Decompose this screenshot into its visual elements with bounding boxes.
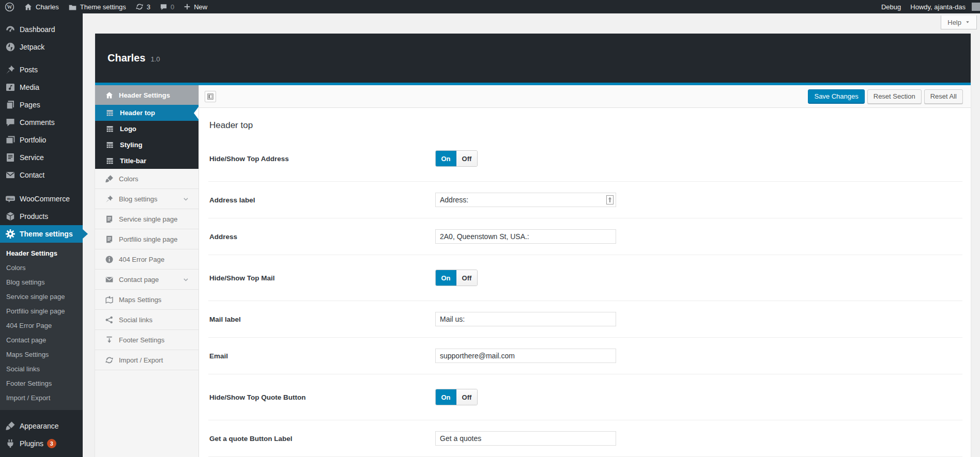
nav-tab-blog-settings[interactable]: Blog settings: [95, 189, 198, 209]
gear-icon: [5, 229, 16, 239]
pages-icon: [5, 100, 16, 110]
sidebar-item-label: Plugins: [20, 439, 43, 448]
sidebar-item-label: Comments: [20, 118, 55, 127]
site-name-link[interactable]: Charles: [19, 0, 64, 13]
toggle-on-button[interactable]: On: [436, 151, 456, 166]
nav-tab-portfilio-single-page[interactable]: Portfilio single page: [95, 229, 198, 249]
sidebar-item-label: Pages: [20, 101, 40, 109]
sidebar-item-label: Theme settings: [20, 230, 73, 238]
submenu-item-service-single-page[interactable]: Service single page: [0, 290, 83, 304]
quote-button-label-input[interactable]: [435, 431, 616, 446]
nav-tab-title-bar[interactable]: Title-bar: [95, 153, 198, 169]
sidebar-item-contact[interactable]: Contact: [0, 166, 83, 184]
sidebar-item-portfolio[interactable]: Portfolio: [0, 131, 83, 149]
email-input[interactable]: [435, 349, 616, 363]
nav-tab-footer-settings[interactable]: Footer Settings: [95, 330, 198, 350]
field-row-mail-label: Mail label: [208, 301, 962, 338]
nav-tab-import-export[interactable]: Import / Export: [95, 350, 198, 370]
nav-tab-label: 404 Error Page: [119, 256, 164, 263]
toggle-off-button[interactable]: Off: [456, 270, 477, 286]
sidebar-item-woocommerce[interactable]: WooCommerce: [0, 190, 83, 208]
folder-icon: [68, 3, 77, 11]
submenu-item-header-settings[interactable]: Header Settings: [0, 246, 83, 261]
address-label-input[interactable]: [435, 193, 616, 207]
brush-icon: [5, 421, 16, 431]
sidebar-item-media[interactable]: Media: [0, 78, 83, 96]
pushpin-icon: [5, 65, 16, 75]
sidebar-item-appearance[interactable]: Appearance: [0, 417, 83, 435]
sidebar-item-plugins[interactable]: Plugins 3: [0, 435, 83, 452]
plugins-update-badge: 3: [47, 439, 56, 448]
submenu-item-footer-settings[interactable]: Footer Settings: [0, 376, 83, 391]
nav-tab-service-single-page[interactable]: Service single page: [95, 209, 198, 229]
submenu-item-social-links[interactable]: Social links: [0, 362, 83, 376]
input-autofill-icon[interactable]: [606, 195, 614, 204]
field-row-email: Email: [208, 338, 962, 374]
nav-group-header-settings[interactable]: Header Settings: [95, 85, 198, 105]
help-label: Help: [947, 19, 961, 26]
expand-options-button[interactable]: [205, 91, 216, 102]
nav-tab-social-links[interactable]: Social links: [95, 310, 198, 330]
my-account-menu[interactable]: Howdy, ajanta-das: [906, 0, 980, 13]
panel-version: 1.0: [150, 53, 160, 63]
section-title: Header top: [199, 108, 971, 136]
nav-tab-header-top[interactable]: Header top: [95, 105, 198, 121]
sidebar-item-dashboard[interactable]: Dashboard: [0, 21, 83, 38]
submenu-item-404-error-page[interactable]: 404 Error Page: [0, 319, 83, 333]
debug-menu[interactable]: Debug: [877, 0, 906, 13]
toggle-off-button[interactable]: Off: [456, 151, 477, 166]
chevron-down-icon: [182, 196, 189, 202]
nav-tab-maps-settings[interactable]: Maps Settings: [95, 290, 198, 310]
update-count: 3: [147, 3, 150, 11]
mail-label-input[interactable]: [435, 312, 616, 326]
submenu-item-import-export[interactable]: Import / Export: [0, 391, 83, 405]
help-button[interactable]: Help: [941, 15, 977, 29]
submenu-item-blog-settings[interactable]: Blog settings: [0, 275, 83, 290]
home-icon: [105, 91, 114, 100]
updates-menu[interactable]: 3: [131, 0, 155, 13]
sidebar-item-label: Dashboard: [20, 25, 55, 34]
reset-all-button[interactable]: Reset All: [924, 89, 963, 104]
submenu-item-portfilio-single-page[interactable]: Portfilio single page: [0, 304, 83, 319]
save-changes-button[interactable]: Save Changes: [808, 89, 864, 104]
sidebar-item-label: WooCommerce: [20, 195, 70, 203]
sidebar-item-comments[interactable]: Comments: [0, 114, 83, 131]
nav-tab-label: Import / Export: [119, 356, 163, 364]
nav-tab-colors[interactable]: Colors: [95, 169, 198, 189]
theme-settings-crumb[interactable]: Theme settings: [64, 0, 131, 13]
sidebar-item-partial[interactable]: [0, 452, 83, 457]
toggle-on-button[interactable]: On: [436, 389, 456, 405]
dashboard-icon: [5, 24, 16, 35]
toggle-off-button[interactable]: Off: [456, 389, 477, 405]
sidebar-item-posts[interactable]: Posts: [0, 61, 83, 78]
address-input[interactable]: [435, 229, 616, 244]
sidebar-item-pages[interactable]: Pages: [0, 96, 83, 114]
nav-tab-logo[interactable]: Logo: [95, 121, 198, 137]
jetpack-icon: [5, 42, 16, 52]
nav-tab-contact-page[interactable]: Contact page: [95, 270, 198, 290]
submenu-item-contact-page[interactable]: Contact page: [0, 333, 83, 348]
sidebar-item-service[interactable]: Service: [0, 149, 83, 166]
nav-tab-label: Maps Settings: [119, 296, 161, 304]
nav-tab-styling[interactable]: Styling: [95, 137, 198, 153]
toggle-on-button[interactable]: On: [436, 270, 456, 286]
sidebar-item-products[interactable]: Products: [0, 208, 83, 225]
sidebar-item-theme-settings[interactable]: Theme settings: [0, 225, 83, 243]
field-label: Hide/Show Top Address: [208, 155, 435, 163]
gallery-icon: [5, 135, 16, 145]
submenu-item-colors[interactable]: Colors: [0, 261, 83, 275]
comment-icon: [5, 117, 16, 128]
submenu-item-maps-settings[interactable]: Maps Settings: [0, 348, 83, 362]
new-content-menu[interactable]: New: [179, 0, 212, 13]
wp-logo-menu[interactable]: [0, 0, 19, 13]
comments-menu[interactable]: 0: [155, 0, 179, 13]
envelope-icon: [105, 275, 114, 284]
reset-section-button[interactable]: Reset Section: [867, 89, 922, 104]
nav-tab-label: Portfilio single page: [119, 235, 177, 243]
field-label: Email: [208, 352, 435, 360]
sidebar-item-jetpack[interactable]: Jetpack: [0, 38, 83, 56]
nav-tab-label: Social links: [119, 316, 152, 324]
nav-tab-404-error-page[interactable]: 404 Error Page: [95, 249, 198, 270]
field-label: Get a quote Button Label: [208, 435, 435, 443]
nav-tab-label: Footer Settings: [119, 336, 164, 344]
